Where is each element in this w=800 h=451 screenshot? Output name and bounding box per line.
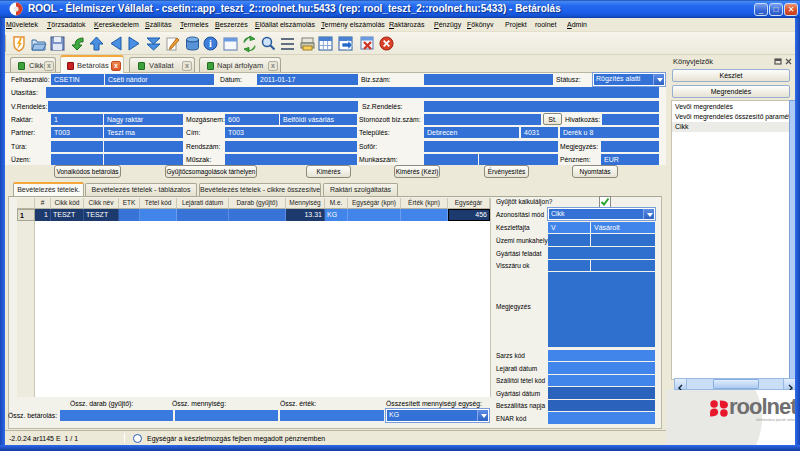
svg-text:i: i bbox=[209, 38, 212, 49]
